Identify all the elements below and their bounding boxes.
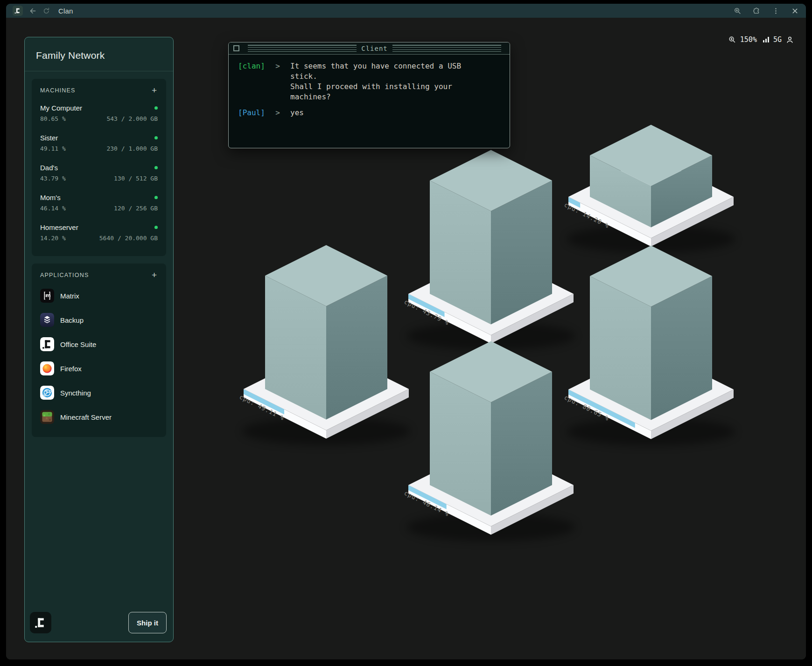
titlebar-close-box-icon[interactable] (233, 45, 239, 51)
backup-icon (40, 313, 54, 327)
machine-name: Dad's (40, 164, 58, 172)
app-row[interactable]: Matrix (40, 289, 158, 303)
user-icon (786, 36, 794, 44)
applications-panel: APPLICATIONS + MatrixBackupOffice SuiteF… (32, 264, 166, 437)
client-title: Client (361, 45, 388, 52)
close-icon[interactable] (791, 7, 799, 15)
sidebar-footer: Ship it (25, 612, 173, 633)
clan-favicon (13, 6, 23, 16)
extensions-puzzle-icon[interactable] (752, 7, 761, 15)
machine-name: Sister (40, 134, 58, 142)
machine-memory: 5640 / 20.000 GB (99, 235, 158, 242)
machine-name: My Computer (40, 104, 82, 112)
machine-cpu: 80.65 % (40, 115, 66, 122)
browser-window: Clan (6, 4, 806, 659)
sidebar-title: Family Network (25, 37, 173, 61)
machine-memory: 130 / 512 GB (114, 175, 158, 182)
titlebar-stripes (392, 45, 501, 52)
machine-cpu: 43.79 % (40, 175, 66, 182)
firefox-icon (40, 361, 54, 375)
machine-cube-homeserver[interactable]: cpu: 14.20 % (563, 125, 735, 253)
clan-logo-icon (35, 617, 47, 629)
ship-it-button[interactable]: Ship it (128, 612, 167, 633)
machine-row[interactable]: Homeserver14.20 %5640 / 20.000 GB (40, 223, 158, 242)
applications-header: APPLICATIONS (40, 272, 89, 278)
client-titlebar[interactable]: Client (229, 42, 510, 55)
add-machine-button[interactable]: + (151, 86, 158, 95)
message-speaker: [Paul] (238, 108, 265, 118)
machines-panel: MACHINES + My Computer80.65 %543 / 2.000… (32, 79, 166, 256)
office-suite-icon (40, 337, 54, 351)
network-label: 5G (773, 35, 782, 44)
machines-header: MACHINES (40, 87, 76, 94)
online-dot-icon (154, 196, 158, 199)
sidebar: Family Network MACHINES + My Computer80.… (24, 37, 174, 642)
online-dot-icon (154, 106, 158, 110)
message-text: yes (290, 108, 304, 118)
app-row[interactable]: Minecraft Server (40, 410, 158, 424)
minecraft-icon (40, 410, 54, 424)
machine-cpu: 14.20 % (40, 235, 66, 242)
online-dot-icon (154, 166, 158, 169)
online-dot-icon (154, 136, 158, 139)
app-row[interactable]: Syncthing (40, 386, 158, 400)
terminal-message: [Paul]>yes (238, 108, 500, 118)
machine-row[interactable]: My Computer80.65 %543 / 2.000 GB (40, 104, 158, 122)
tab-title: Clan (58, 7, 73, 15)
online-dot-icon (154, 226, 158, 229)
terminal-message: [clan]>It seems that you have connected … (238, 61, 500, 102)
machine-memory: 120 / 256 GB (114, 205, 158, 212)
zoom-in-icon[interactable] (733, 7, 742, 15)
status-indicators: 150% 5G (728, 35, 794, 44)
menu-kebab-icon[interactable] (771, 7, 780, 15)
clan-logo (30, 612, 51, 633)
back-icon[interactable] (28, 7, 37, 15)
machine-cube-sister[interactable]: cpu: 49.11 % (238, 245, 411, 445)
machine-row[interactable]: Sister49.11 %230 / 1.000 GB (40, 134, 158, 152)
add-application-button[interactable]: + (151, 271, 158, 279)
app-row[interactable]: Office Suite (40, 337, 158, 351)
app-label: Syncthing (60, 389, 91, 397)
machine-cube-my-computer[interactable]: cpu: 80.65 % (563, 246, 735, 446)
machine-row[interactable]: Dad's43.79 %130 / 512 GB (40, 164, 158, 182)
machine-row[interactable]: Mom's46.14 %120 / 256 GB (40, 194, 158, 212)
machine-name: Homeserver (40, 223, 78, 231)
machine-cube-mom-s[interactable]: cpu: 46.14 % (403, 341, 575, 541)
app-label: Office Suite (60, 340, 96, 348)
matrix-icon (40, 289, 54, 303)
zoom-level: 150% (740, 35, 757, 44)
machine-cube-dad-s[interactable]: cpu: 43.79 % (403, 150, 575, 350)
app-label: Firefox (60, 365, 82, 373)
machine-memory: 230 / 1.000 GB (106, 145, 158, 152)
message-text: It seems that you have connected a USBst… (290, 61, 461, 102)
zoom-level-icon (728, 36, 736, 43)
app-label: Minecraft Server (60, 413, 112, 421)
message-speaker: [clan] (238, 61, 265, 102)
refresh-icon[interactable] (42, 7, 51, 15)
client-terminal-window: Client [clan]>It seems that you have con… (228, 42, 510, 148)
clan-logo-icon (14, 7, 21, 14)
app-row[interactable]: Firefox (40, 361, 158, 375)
prompt-char: > (265, 61, 290, 102)
machine-memory: 543 / 2.000 GB (106, 115, 158, 122)
machine-name: Mom's (40, 194, 61, 201)
machine-cpu: 46.14 % (40, 205, 66, 212)
signal-bars-icon (763, 37, 769, 42)
app-label: Backup (60, 316, 84, 324)
browser-topbar: Clan (6, 4, 806, 18)
prompt-char: > (265, 108, 290, 118)
app-row[interactable]: Backup (40, 313, 158, 327)
machine-cpu: 49.11 % (40, 145, 66, 152)
client-messages: [clan]>It seems that you have connected … (229, 55, 510, 130)
app-label: Matrix (60, 292, 79, 300)
divider (25, 71, 173, 71)
network-canvas: cpu: 14.20 %cpu: 43.79 %cpu: 49.11 %cpu:… (6, 18, 806, 659)
titlebar-stripes (248, 45, 357, 52)
syncthing-icon (40, 386, 54, 400)
